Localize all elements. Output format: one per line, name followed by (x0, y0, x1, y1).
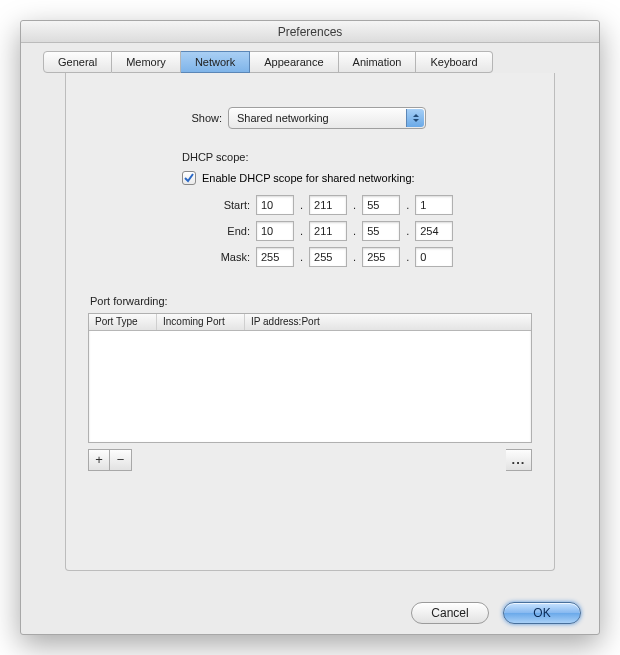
mask-octet-4[interactable] (415, 247, 453, 267)
tab-bar: General Memory Network Appearance Animat… (43, 51, 577, 73)
dot: . (300, 199, 303, 211)
window-title: Preferences (21, 21, 599, 43)
pf-col-ip-port[interactable]: IP address:Port (245, 314, 531, 330)
dot: . (300, 225, 303, 237)
pf-header: Port Type Incoming Port IP address:Port (89, 314, 531, 331)
add-button[interactable]: + (88, 449, 110, 471)
tab-memory[interactable]: Memory (112, 51, 181, 73)
end-octet-2[interactable] (309, 221, 347, 241)
more-button[interactable]: ... (506, 449, 532, 471)
end-octet-4[interactable] (415, 221, 453, 241)
tab-appearance[interactable]: Appearance (250, 51, 338, 73)
dropdown-stepper-icon (406, 109, 424, 127)
show-dropdown-value: Shared networking (237, 112, 329, 124)
start-octet-1[interactable] (256, 195, 294, 215)
dot: . (406, 251, 409, 263)
mask-octet-1[interactable] (256, 247, 294, 267)
enable-dhcp-checkbox[interactable] (182, 171, 196, 185)
dot: . (353, 199, 356, 211)
remove-button[interactable]: − (110, 449, 132, 471)
tab-keyboard[interactable]: Keyboard (416, 51, 492, 73)
dialog-footer: Cancel OK (21, 602, 599, 624)
dot: . (406, 225, 409, 237)
dot: . (300, 251, 303, 263)
check-icon (183, 172, 195, 184)
pf-col-incoming-port[interactable]: Incoming Port (157, 314, 245, 330)
tab-animation[interactable]: Animation (339, 51, 417, 73)
pf-col-port-type[interactable]: Port Type (89, 314, 157, 330)
port-forwarding-table[interactable]: Port Type Incoming Port IP address:Port (88, 313, 532, 443)
cancel-button[interactable]: Cancel (411, 602, 489, 624)
start-label: Start: (210, 199, 250, 211)
start-octet-4[interactable] (415, 195, 453, 215)
start-octet-3[interactable] (362, 195, 400, 215)
mask-octet-3[interactable] (362, 247, 400, 267)
start-octet-2[interactable] (309, 195, 347, 215)
dot: . (406, 199, 409, 211)
tabs-container: General Memory Network Appearance Animat… (21, 43, 599, 571)
tab-general[interactable]: General (43, 51, 112, 73)
network-pane: Show: Shared networking DHCP scope: (65, 73, 555, 571)
enable-dhcp-label: Enable DHCP scope for shared networking: (202, 172, 415, 184)
end-octet-1[interactable] (256, 221, 294, 241)
dot: . (353, 225, 356, 237)
dhcp-scope-title: DHCP scope: (182, 151, 534, 163)
show-label: Show: (182, 112, 222, 124)
mask-label: Mask: (210, 251, 250, 263)
mask-octet-2[interactable] (309, 247, 347, 267)
preferences-dialog: Preferences General Memory Network Appea… (20, 20, 600, 635)
port-forwarding-section: Port forwarding: Port Type Incoming Port… (88, 295, 532, 471)
end-octet-3[interactable] (362, 221, 400, 241)
tab-network[interactable]: Network (181, 51, 250, 73)
end-label: End: (210, 225, 250, 237)
ok-button[interactable]: OK (503, 602, 581, 624)
port-forwarding-title: Port forwarding: (90, 295, 532, 307)
show-dropdown[interactable]: Shared networking (228, 107, 426, 129)
dot: . (353, 251, 356, 263)
